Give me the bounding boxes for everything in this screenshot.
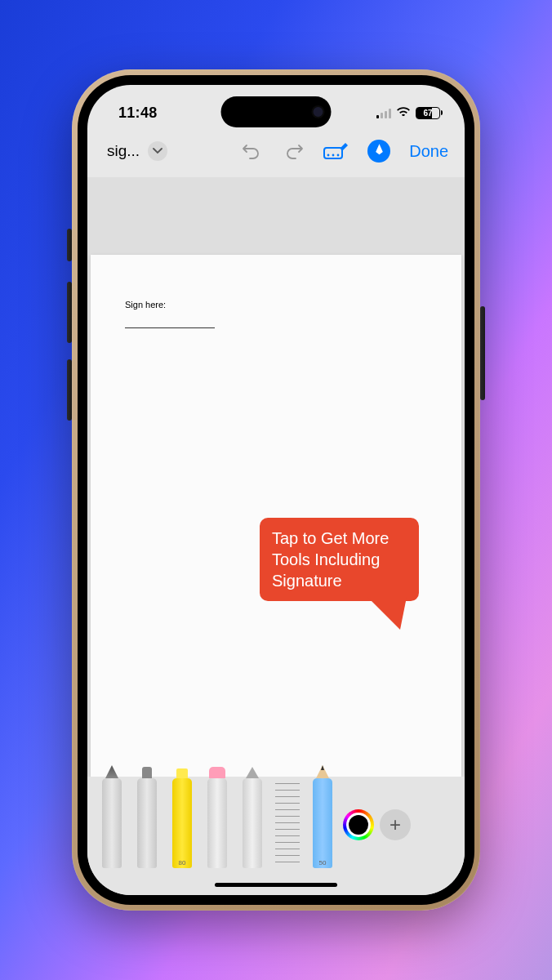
- pencil-tool[interactable]: 50: [308, 778, 337, 868]
- undo-button[interactable]: [234, 138, 269, 164]
- pencil-size-label: 50: [313, 859, 332, 866]
- highlighter-tool[interactable]: 80: [167, 778, 197, 868]
- current-color-swatch: [349, 815, 368, 835]
- document-menu-button[interactable]: [148, 141, 167, 161]
- markup-tool-palette: 80 50 +: [87, 777, 465, 895]
- cellular-icon: [376, 109, 391, 118]
- chevron-down-icon: [153, 148, 162, 154]
- highlighter-size-label: 80: [172, 859, 192, 866]
- wifi-icon: [396, 106, 411, 121]
- dynamic-island: [221, 96, 332, 127]
- done-button[interactable]: Done: [409, 142, 448, 161]
- callout-arrow-icon: [367, 597, 407, 630]
- tutorial-callout-text: Tap to Get More Tools Including Signatur…: [272, 529, 389, 590]
- eraser-tool[interactable]: [203, 778, 232, 868]
- redo-icon: [283, 141, 305, 161]
- volume-up-button: [67, 282, 72, 343]
- svg-point-2: [332, 154, 335, 157]
- marker-tool[interactable]: [132, 778, 162, 868]
- svg-point-3: [337, 154, 340, 157]
- app-toolbar: sig...: [87, 130, 465, 177]
- plus-icon: +: [390, 813, 401, 836]
- markup-toggle-button[interactable]: [362, 138, 396, 164]
- pen-tool[interactable]: [97, 778, 127, 868]
- tutorial-callout: Tap to Get More Tools Including Signatur…: [260, 518, 419, 601]
- document-page[interactable]: Sign here:: [91, 255, 461, 777]
- add-tools-button[interactable]: +: [380, 809, 411, 840]
- redo-button[interactable]: [277, 138, 311, 164]
- undo-icon: [241, 141, 262, 161]
- ruler-tool[interactable]: [273, 778, 302, 868]
- power-button: [480, 306, 485, 400]
- volume-down-button: [67, 359, 72, 421]
- battery-icon: 67: [416, 107, 440, 119]
- document-title[interactable]: sig...: [107, 142, 140, 160]
- lasso-tool[interactable]: [238, 778, 267, 868]
- editor-area[interactable]: Sign here: Tap to Get More Tools Includi…: [87, 177, 465, 777]
- markup-menu-button[interactable]: [319, 138, 354, 164]
- mute-switch: [67, 229, 72, 261]
- screen: 11:48 67 sig...: [87, 85, 465, 895]
- sign-here-label: Sign here:: [125, 300, 427, 310]
- signature-line: [125, 327, 215, 328]
- pen-tip-icon: [367, 140, 390, 163]
- status-time: 11:48: [118, 105, 158, 122]
- phone-frame: 11:48 67 sig...: [72, 69, 480, 911]
- home-indicator[interactable]: [215, 883, 337, 887]
- svg-rect-0: [324, 148, 342, 158]
- color-picker-button[interactable]: [343, 809, 374, 840]
- svg-point-1: [327, 154, 330, 157]
- markup-menu-icon: [323, 142, 350, 160]
